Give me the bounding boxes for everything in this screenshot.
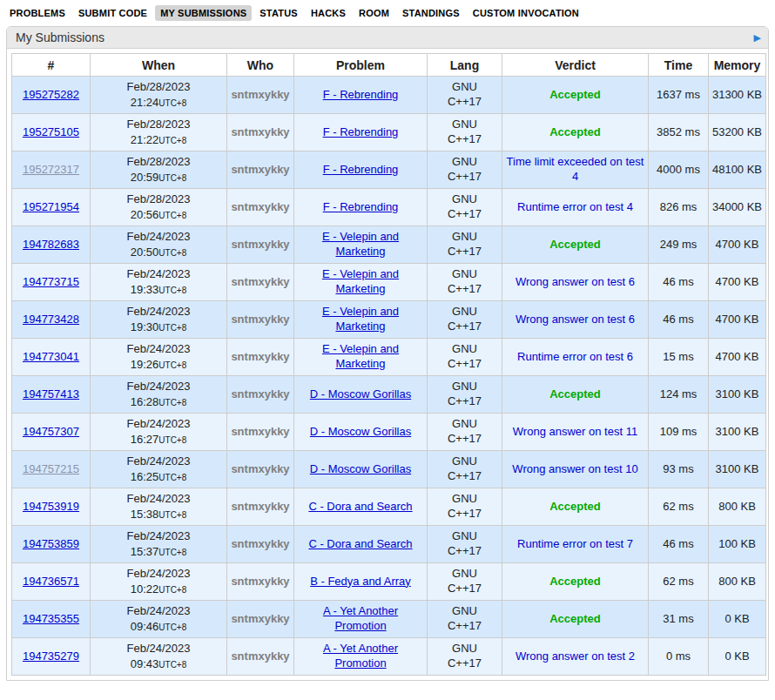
submission-date: Feb/24/2023 [93,566,224,582]
user-link[interactable]: sntmxykky [231,537,289,550]
verdict-text[interactable]: Wrong answer on test 11 [513,425,637,438]
user-link[interactable]: sntmxykky [231,425,289,438]
submission-id-link[interactable]: 195275282 [23,88,79,101]
cell-lang: GNUC++17 [428,563,502,601]
submission-id-link[interactable]: 194735279 [23,650,79,663]
submission-id-link[interactable]: 194735355 [23,612,79,625]
cell-who: sntmxykky [227,376,294,414]
problem-link[interactable]: A - Yet Another Promotion [323,642,398,670]
cell-who: sntmxykky [227,451,294,488]
lang-label: GNU [430,492,499,507]
lang-label: GNU [430,155,499,170]
verdict-text[interactable]: Accepted [549,575,601,588]
submission-id-link[interactable]: 194773041 [23,350,79,363]
verdict-text[interactable]: Accepted [549,88,601,101]
user-link[interactable]: sntmxykky [231,500,289,513]
submission-id-link[interactable]: 194757307 [23,425,79,438]
verdict-text[interactable]: Accepted [549,125,601,138]
nav-item-hacks[interactable]: HACKS [306,5,351,21]
user-link[interactable]: sntmxykky [231,350,289,363]
user-link[interactable]: sntmxykky [231,125,289,138]
user-link[interactable]: sntmxykky [231,387,289,400]
user-link[interactable]: sntmxykky [231,575,289,588]
lang-label: GNU [430,80,499,95]
cell-exec-time: 0 ms [649,638,709,676]
verdict-text[interactable]: Accepted [549,500,601,513]
problem-link[interactable]: E - Velepin and Marketing [322,305,399,333]
nav-item-submit-code[interactable]: SUBMIT CODE [73,5,152,21]
user-link[interactable]: sntmxykky [231,313,289,326]
submission-id-link[interactable]: 195271954 [23,200,79,213]
user-link[interactable]: sntmxykky [231,650,289,663]
submission-row: 195272317Feb/28/202320:59UTC+8sntmxykkyF… [12,151,766,189]
submission-id-link[interactable]: 195275105 [23,125,79,138]
timezone-label: UTC+8 [158,623,186,632]
submission-id-link[interactable]: 194757413 [23,387,79,400]
problem-link[interactable]: D - Moscow Gorillas [310,425,411,438]
submission-time: 10:22UTC+8 [93,582,224,597]
nav-item-problems[interactable]: PROBLEMS [4,5,71,21]
user-link[interactable]: sntmxykky [231,200,289,213]
submission-id-link[interactable]: 194773715 [23,275,79,288]
submission-id-link[interactable]: 194753859 [23,537,79,550]
problem-link[interactable]: F - Rebrending [323,125,399,138]
cell-exec-time: 4000 ms [649,151,709,189]
submission-date: Feb/24/2023 [93,304,224,320]
submission-id-link[interactable]: 194736571 [23,575,79,588]
verdict-text[interactable]: Wrong answer on test 10 [512,462,637,475]
problem-link[interactable]: C - Dora and Search [308,500,412,513]
problem-link[interactable]: F - Rebrending [323,88,399,101]
submission-id-link[interactable]: 194773428 [23,313,79,326]
problem-link[interactable]: E - Velepin and Marketing [322,342,399,370]
nav-item-status[interactable]: STATUS [254,5,303,21]
nav-item-my-submissions[interactable]: MY SUBMISSIONS [155,5,252,21]
submission-date: Feb/28/2023 [93,192,224,207]
cell-verdict: Wrong answer on test 2 [502,638,649,676]
user-link[interactable]: sntmxykky [231,612,289,625]
user-link[interactable]: sntmxykky [231,88,289,101]
cell-exec-time: 124 ms [649,376,709,414]
nav-item-room[interactable]: ROOM [354,5,394,21]
verdict-text[interactable]: Runtime error on test 4 [517,200,633,213]
column-header-memory: Memory [709,54,766,77]
submission-id-link[interactable]: 195272317 [23,163,79,176]
problem-link[interactable]: E - Velepin and Marketing [322,230,399,258]
verdict-text[interactable]: Accepted [549,612,601,625]
problem-link[interactable]: F - Rebrending [323,163,399,176]
lang-label: C++17 [430,245,499,259]
nav-item-standings[interactable]: STANDINGS [397,5,465,21]
lang-label: GNU [430,642,499,656]
user-link[interactable]: sntmxykky [231,462,289,475]
user-link[interactable]: sntmxykky [231,275,289,288]
cell-problem: D - Moscow Gorillas [294,451,428,488]
verdict-text[interactable]: Runtime error on test 6 [517,350,633,363]
user-link[interactable]: sntmxykky [231,238,289,251]
problem-link[interactable]: C - Dora and Search [308,537,412,550]
verdict-text[interactable]: Wrong answer on test 6 [516,275,635,288]
submission-id-link[interactable]: 194753919 [23,500,79,513]
cell-problem: F - Rebrending [294,151,428,189]
submission-time: 19:30UTC+8 [93,320,224,335]
verdict-text[interactable]: Runtime error on test 7 [517,537,633,550]
verdict-text[interactable]: Accepted [549,238,601,251]
cell-lang: GNUC++17 [428,264,502,301]
submission-time: 16:28UTC+8 [93,394,224,410]
submission-id-link[interactable]: 194782683 [23,238,79,251]
cell-exec-time: 15 ms [649,339,709,376]
problem-link[interactable]: F - Rebrending [323,200,399,213]
verdict-text[interactable]: Time limit exceeded on test 4 [507,155,644,183]
problem-link[interactable]: D - Moscow Gorillas [310,462,411,475]
lang-label: C++17 [430,394,499,409]
problem-link[interactable]: E - Velepin and Marketing [322,267,399,295]
verdict-text[interactable]: Accepted [549,387,601,400]
verdict-text[interactable]: Wrong answer on test 6 [516,313,635,326]
submission-row: 194735355Feb/24/202309:46UTC+8sntmxykkyA… [12,601,766,638]
verdict-text[interactable]: Wrong answer on test 2 [516,650,635,663]
submission-id-link[interactable]: 194757215 [23,462,79,475]
problem-link[interactable]: A - Yet Another Promotion [323,604,398,632]
nav-item-custom-invocation[interactable]: CUSTOM INVOCATION [468,5,584,21]
user-link[interactable]: sntmxykky [231,163,289,176]
expand-arrow-icon[interactable]: ▶ [754,33,761,43]
problem-link[interactable]: B - Fedya and Array [310,575,411,588]
problem-link[interactable]: D - Moscow Gorillas [310,387,411,400]
